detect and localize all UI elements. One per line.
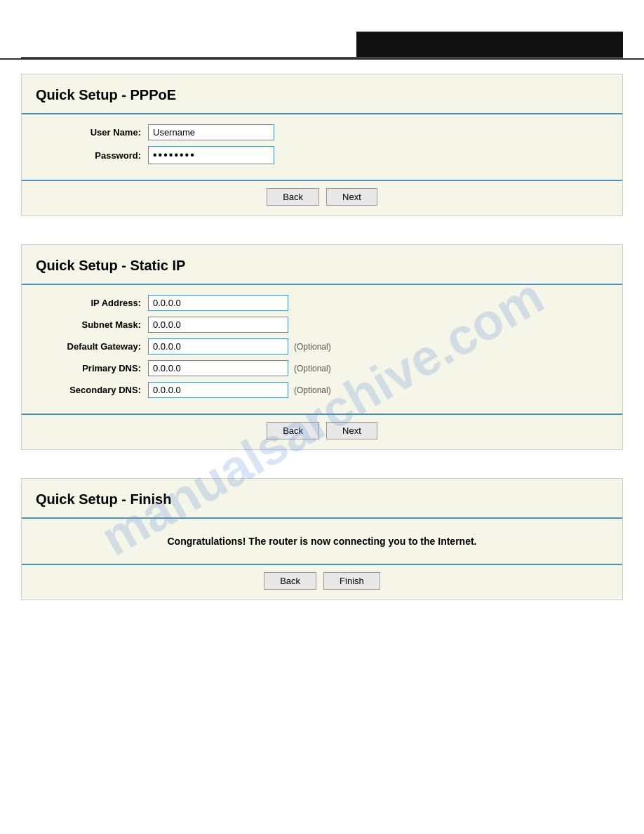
finish-back-button[interactable]: Back (264, 572, 316, 590)
primary-dns-label: Primary DNS: (36, 363, 148, 373)
password-row: Password: (36, 146, 608, 164)
static-ip-next-button[interactable]: Next (326, 422, 377, 439)
top-bar (0, 0, 644, 60)
finish-finish-button[interactable]: Finish (323, 572, 380, 590)
pppoe-footer: Back Next (22, 181, 622, 216)
ip-address-input[interactable] (148, 295, 288, 311)
default-gateway-row: Default Gateway: (Optional) (36, 338, 608, 355)
default-gateway-optional: (Optional) (294, 342, 331, 352)
ip-address-row: IP Address: (36, 295, 608, 311)
congrats-message: Congratulations! The router is now conne… (36, 529, 608, 554)
pppoe-title: Quick Setup - PPPoE (22, 74, 622, 113)
finish-footer: Back Finish (22, 565, 622, 600)
primary-dns-row: Primary DNS: (Optional) (36, 360, 608, 376)
subnet-mask-label: Subnet Mask: (36, 319, 148, 330)
default-gateway-input[interactable] (148, 338, 288, 355)
pppoe-next-button[interactable]: Next (326, 188, 377, 206)
subnet-mask-input[interactable] (148, 317, 288, 333)
username-label: User Name: (36, 127, 148, 138)
pppoe-body: User Name: Password: (22, 114, 622, 180)
page-content: Quick Setup - PPPoE User Name: Password:… (0, 60, 644, 614)
username-row: User Name: (36, 124, 608, 140)
subnet-mask-row: Subnet Mask: (36, 317, 608, 333)
pppoe-panel: Quick Setup - PPPoE User Name: Password:… (21, 74, 623, 216)
pppoe-back-button[interactable]: Back (267, 188, 319, 206)
username-input[interactable] (148, 124, 274, 140)
finish-title: Quick Setup - Finish (22, 479, 622, 517)
password-input[interactable] (148, 146, 274, 164)
password-label: Password: (36, 150, 148, 161)
top-bar-line (21, 57, 623, 58)
default-gateway-label: Default Gateway: (36, 341, 148, 352)
static-ip-back-button[interactable]: Back (267, 422, 319, 439)
static-ip-panel: Quick Setup - Static IP IP Address: Subn… (21, 244, 623, 450)
static-ip-footer: Back Next (22, 415, 622, 449)
primary-dns-input[interactable] (148, 360, 288, 376)
top-bar-black-block (356, 32, 623, 58)
secondary-dns-row: Secondary DNS: (Optional) (36, 382, 608, 398)
finish-panel: Quick Setup - Finish Congratulations! Th… (21, 478, 623, 600)
secondary-dns-optional: (Optional) (294, 385, 331, 395)
finish-body: Congratulations! The router is now conne… (22, 519, 622, 564)
primary-dns-optional: (Optional) (294, 364, 331, 373)
static-ip-body: IP Address: Subnet Mask: Default Gateway… (22, 285, 622, 413)
secondary-dns-label: Secondary DNS: (36, 385, 148, 395)
ip-address-label: IP Address: (36, 298, 148, 308)
secondary-dns-input[interactable] (148, 382, 288, 398)
static-ip-title: Quick Setup - Static IP (22, 245, 622, 284)
